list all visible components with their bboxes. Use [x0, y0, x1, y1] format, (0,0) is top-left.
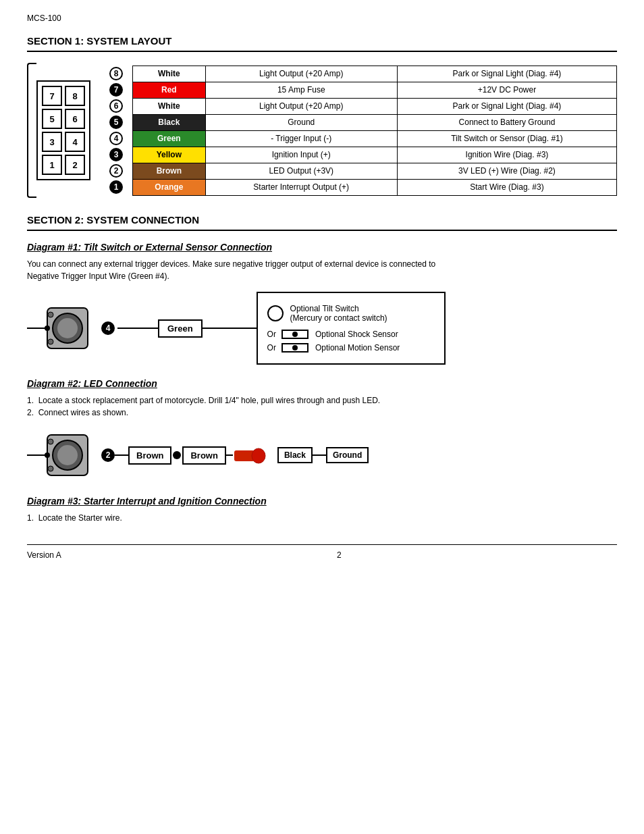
wire-num-8: 8 — [100, 66, 133, 82]
system-layout-area: 7 8 5 6 3 4 1 2 8WhiteLight Output (+20 … — [27, 63, 617, 198]
device-svg-2 — [27, 428, 95, 482]
diagram2-step1: 1. Locate a stock replacement part of mo… — [27, 394, 617, 407]
version-label: Version A — [27, 550, 61, 560]
shock-sensor-row: Or Optional Shock Sensor — [267, 330, 435, 339]
wire-connection-5: Connect to Battery Ground — [397, 114, 616, 130]
wire-function-6: Light Output (+20 Amp) — [205, 98, 397, 114]
wire-connection-7: +12V DC Power — [397, 82, 616, 98]
wire-color-7: Red — [133, 82, 205, 98]
pin-8: 8 — [65, 86, 85, 106]
wire-function-8: Light Output (+20 Amp) — [205, 66, 397, 82]
wire-num-badge-1: 4 — [101, 321, 115, 335]
motion-sensor-label: Optional Motion Sensor — [315, 343, 400, 353]
wire-connection-4: Tilt Switch or Sensor (Diag. #1) — [397, 130, 616, 147]
svg-point-4 — [48, 339, 53, 344]
section2-title: SECTION 2: SYSTEM CONNECTION — [27, 214, 617, 226]
motion-sensor-icon — [281, 343, 308, 353]
pin-7: 7 — [42, 86, 62, 106]
diagram3-title: Diagram #3: Starter Interrupt and Igniti… — [27, 496, 617, 506]
device-svg-1 — [27, 301, 95, 355]
svg-point-2 — [57, 318, 78, 338]
wire-function-7: 15 Amp Fuse — [205, 82, 397, 98]
wire-h-line-1 — [117, 328, 158, 329]
green-label: Green — [158, 319, 203, 338]
wire-row-8: 8WhiteLight Output (+20 Amp)Park or Sign… — [100, 66, 617, 82]
wire-color-4: Green — [133, 130, 205, 147]
wire-color-1: Orange — [133, 179, 205, 195]
diagram2-area: 2 Brown Brown Black Ground — [27, 428, 617, 482]
pin-5: 5 — [42, 109, 62, 129]
wire-connection-2: 3V LED (+) Wire (Diag. #2) — [397, 163, 616, 179]
pin-1: 1 — [42, 155, 62, 175]
or-label-2: Or — [267, 343, 276, 353]
wire-function-1: Starter Interrupt Output (+) — [205, 179, 397, 195]
wire-color-6: White — [133, 98, 205, 114]
wire-function-5: Ground — [205, 114, 397, 130]
wire-connection-1: Start Wire (Diag. #3) — [397, 179, 616, 195]
svg-point-10 — [48, 439, 53, 444]
svg-point-15 — [252, 448, 265, 463]
diagram2-title: Diagram #2: LED Connection — [27, 378, 617, 389]
tilt-switch-label: Optional Tilt Switch(Mercury or contact … — [290, 304, 387, 323]
wire-color-8: White — [133, 66, 205, 82]
wire-line-led1 — [115, 454, 128, 456]
wire-function-4: - Trigger Input (-) — [205, 130, 397, 147]
svg-point-9 — [57, 445, 78, 465]
diagram3-body: 1. Locate the Starter wire. — [27, 512, 617, 524]
svg-point-13 — [45, 452, 50, 458]
wire-connection-6: Park or Signal Light (Diag. #4) — [397, 98, 616, 114]
black-label: Black — [277, 447, 313, 463]
wire-connection-3: Ignition Wire (Diag. #3) — [397, 147, 616, 163]
diagram1-title: Diagram #1: Tilt Switch or External Sens… — [27, 242, 617, 253]
section1-divider — [27, 51, 617, 52]
left-bracket — [27, 63, 36, 198]
wire-num-1: 1 — [100, 179, 133, 195]
page-number: 2 — [337, 550, 342, 560]
wire-color-5: Black — [133, 114, 205, 130]
shock-sensor-label: Optional Shock Sensor — [315, 330, 398, 339]
wire-function-3: Ignition Input (+) — [205, 147, 397, 163]
tilt-circle-icon — [267, 305, 284, 321]
wire-row-6: 6WhiteLight Output (+20 Amp)Park or Sign… — [100, 98, 617, 114]
model-number: MCS-100 — [27, 14, 61, 23]
section2-divider — [27, 230, 617, 231]
wire-connection-8: Park or Signal Light (Diag. #4) — [397, 66, 616, 82]
wire-row-4: 4Green- Trigger Input (-)Tilt Switch or … — [100, 130, 617, 147]
wire-row-2: 2BrownLED Output (+3V)3V LED (+) Wire (D… — [100, 163, 617, 179]
led-body-svg — [233, 445, 267, 465]
wire-num-5: 5 — [100, 114, 133, 130]
wire-num-6: 6 — [100, 98, 133, 114]
svg-point-6 — [45, 325, 50, 331]
diagram2-step2: 2. Connect wires as shown. — [27, 407, 617, 419]
wire-line-led2 — [226, 454, 233, 456]
connector-box: 7 8 5 6 3 4 1 2 — [36, 80, 90, 180]
tilt-options-box: Optional Tilt Switch(Mercury or contact … — [257, 292, 446, 365]
diagram1-body: You can connect any external trigger dev… — [27, 258, 617, 282]
black-ground-group: Black Ground — [277, 447, 369, 463]
brown-label-1: Brown — [128, 446, 171, 465]
diagram3-step1: 1. Locate the Starter wire. — [27, 512, 617, 524]
doc-header: MCS-100 — [27, 14, 617, 23]
wire-num-badge-2: 2 — [101, 448, 115, 462]
black-ground-wire — [313, 454, 326, 456]
wire-num-4: 4 — [100, 130, 133, 147]
ground-label: Ground — [326, 447, 369, 463]
connector-dot — [173, 451, 181, 459]
page-footer: Version A 2 — [27, 544, 617, 560]
wire-row-3: 3YellowIgnition Input (+)Ignition Wire (… — [100, 147, 617, 163]
wire-row-1: 1OrangeStarter Interrupt Output (+)Start… — [100, 179, 617, 195]
wire-table: 8WhiteLight Output (+20 Amp)Park or Sign… — [100, 66, 617, 196]
tilt-switch-row: Optional Tilt Switch(Mercury or contact … — [267, 304, 435, 323]
wire-num-3: 3 — [100, 147, 133, 163]
pin-4: 4 — [65, 132, 85, 152]
pin-2: 2 — [65, 155, 85, 175]
wire-row-7: 7Red15 Amp Fuse+12V DC Power — [100, 82, 617, 98]
section1-title: SECTION 1: SYSTEM LAYOUT — [27, 35, 617, 47]
shock-sensor-icon — [281, 330, 308, 339]
wire-num-2: 2 — [100, 163, 133, 179]
wire-color-3: Yellow — [133, 147, 205, 163]
wire-function-2: LED Output (+3V) — [205, 163, 397, 179]
svg-point-11 — [48, 466, 53, 471]
black-ground-row: Black Ground — [277, 447, 369, 463]
pin-3: 3 — [42, 132, 62, 152]
